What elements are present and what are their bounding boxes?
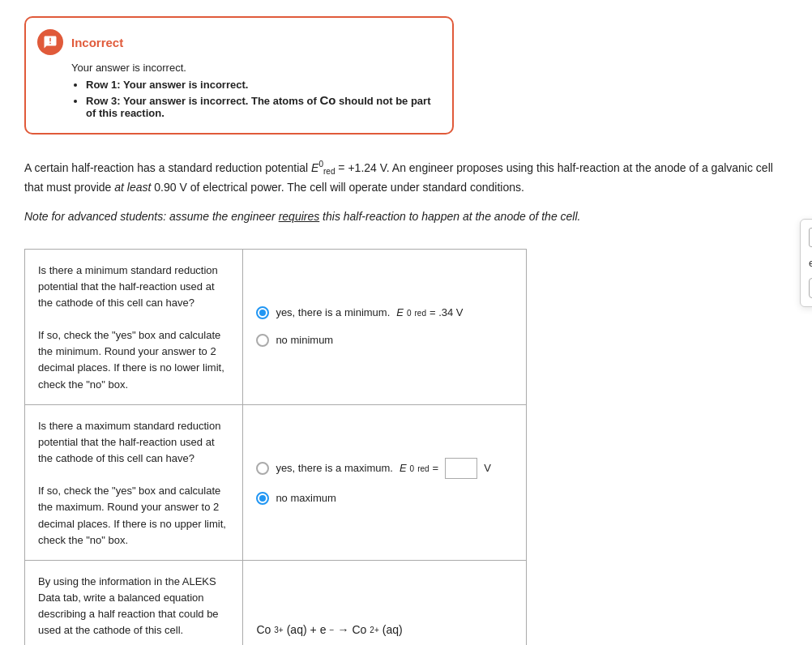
table-row: Is there a minimum standard reduction po… [25,249,527,404]
row2-question: Is there a maximum standard reduction po… [25,404,243,560]
palette-close-button[interactable]: × [809,278,812,298]
row1-no-label: no minimum [276,332,333,348]
row1-yes-option[interactable]: yes, there is a minimum. E0red = .34 V [256,305,513,321]
row1-no-option[interactable]: no minimum [256,332,513,348]
note-text: Note for advanced students: assume the e… [24,207,788,225]
row1-yes-radio[interactable] [256,306,269,319]
row2-yes-radio[interactable] [256,462,269,475]
banner-item-2: Row 3: Your answer is incorrect. The ato… [86,93,438,119]
banner-body: Your answer is incorrect. Row 1: Your an… [37,62,438,119]
row1-answer: yes, there is a minimum. E0red = .34 V n… [243,249,527,404]
incorrect-icon [37,29,63,55]
row2-no-label: no maximum [276,490,335,506]
table-row: Is there a maximum standard reduction po… [25,404,527,560]
row1-yes-label: yes, there is a minimum. [276,305,390,321]
banner-item-1: Row 1: Your answer is incorrect. [86,79,438,91]
row3-question: By using the information in the ALEKS Da… [25,560,243,645]
row2-yes-option[interactable]: yes, there is a maximum. E0red = V [256,458,513,479]
row2-no-option[interactable]: no maximum [256,490,513,506]
incorrect-banner: Incorrect Your answer is incorrect. Row … [24,16,454,135]
row3-answer: Co3+ (aq) + e− → Co2+ (aq) [243,560,527,645]
row1-formula: E0red = .34 V [396,305,463,321]
question-table: Is there a minimum standard reduction po… [24,249,527,645]
row2-value-input[interactable] [445,458,477,479]
symbol-palette: □→□ □□ □□ e− × ↺ ? [800,219,812,307]
banner-intro: Your answer is incorrect. [71,62,438,74]
row1-no-radio[interactable] [256,334,269,347]
table-row: By using the information in the ALEKS Da… [25,560,527,645]
row2-answer: yes, there is a maximum. E0red = V no ma… [243,404,527,560]
banner-title: Incorrect [71,36,123,49]
row1-question: Is there a minimum standard reduction po… [25,249,243,404]
palette-symbols-row: □→□ □□ □□ [809,228,812,247]
chemical-equation: Co3+ (aq) + e− → Co2+ (aq) [256,622,513,639]
problem-description: A certain half-reaction has a standard r… [24,157,788,198]
row2-yes-label: yes, there is a maximum. [276,460,393,476]
comment-icon [43,35,58,49]
palette-actions: × ↺ ? [809,278,812,298]
atom-co: Co [319,93,335,107]
row2-no-radio[interactable] [256,492,269,505]
electron-symbol: e− [809,255,812,269]
arrow-symbol[interactable]: □→□ [809,228,812,247]
row2-formula: E0red = [400,460,438,476]
